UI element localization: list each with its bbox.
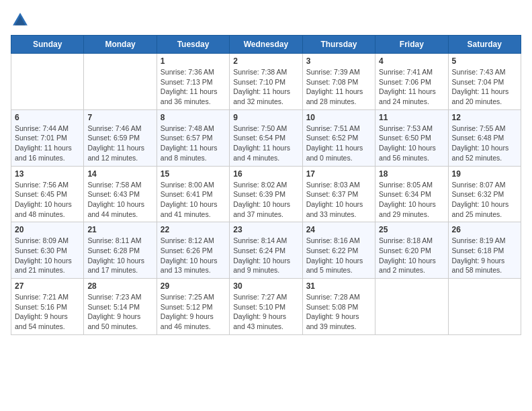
day-info: Sunrise: 8:00 AM Sunset: 6:41 PM Dayligh…	[161, 180, 226, 220]
calendar-cell: 30Sunrise: 7:27 AM Sunset: 5:10 PM Dayli…	[230, 279, 302, 335]
calendar-cell: 5Sunrise: 7:43 AM Sunset: 7:04 PM Daylig…	[448, 54, 521, 110]
calendar-cell: 6Sunrise: 7:44 AM Sunset: 7:01 PM Daylig…	[11, 109, 84, 166]
calendar-cell: 12Sunrise: 7:55 AM Sunset: 6:48 PM Dayli…	[448, 109, 521, 166]
calendar-cell: 21Sunrise: 8:11 AM Sunset: 6:28 PM Dayli…	[84, 222, 157, 279]
day-number: 6	[15, 113, 80, 122]
day-header-saturday: Saturday	[448, 36, 521, 54]
calendar-cell: 24Sunrise: 8:16 AM Sunset: 6:22 PM Dayli…	[302, 222, 375, 279]
day-number: 29	[161, 281, 226, 291]
day-number: 11	[379, 113, 444, 122]
logo	[11, 11, 32, 30]
calendar-cell: 19Sunrise: 8:07 AM Sunset: 6:32 PM Dayli…	[448, 166, 521, 222]
calendar-cell: 17Sunrise: 8:03 AM Sunset: 6:37 PM Dayli…	[302, 166, 375, 222]
day-info: Sunrise: 8:09 AM Sunset: 6:30 PM Dayligh…	[15, 236, 80, 275]
day-number: 14	[87, 169, 152, 179]
day-header-tuesday: Tuesday	[157, 36, 229, 54]
calendar-cell: 7Sunrise: 7:46 AM Sunset: 6:59 PM Daylig…	[84, 109, 157, 166]
calendar-cell: 4Sunrise: 7:41 AM Sunset: 7:06 PM Daylig…	[375, 54, 448, 110]
calendar-cell: 15Sunrise: 8:00 AM Sunset: 6:41 PM Dayli…	[157, 166, 229, 222]
day-info: Sunrise: 7:58 AM Sunset: 6:43 PM Dayligh…	[87, 180, 152, 220]
day-number: 26	[452, 225, 517, 234]
day-number: 10	[306, 113, 371, 122]
day-number: 21	[87, 225, 152, 234]
day-number: 28	[87, 281, 152, 291]
day-info: Sunrise: 7:50 AM Sunset: 6:54 PM Dayligh…	[233, 124, 298, 163]
calendar-cell: 23Sunrise: 8:14 AM Sunset: 6:24 PM Dayli…	[230, 222, 302, 279]
day-number: 1	[161, 56, 226, 66]
calendar-cell	[448, 279, 521, 335]
day-info: Sunrise: 7:44 AM Sunset: 7:01 PM Dayligh…	[15, 124, 80, 163]
day-info: Sunrise: 8:14 AM Sunset: 6:24 PM Dayligh…	[233, 236, 298, 275]
calendar-cell: 8Sunrise: 7:48 AM Sunset: 6:57 PM Daylig…	[157, 109, 229, 166]
day-info: Sunrise: 7:25 AM Sunset: 5:12 PM Dayligh…	[161, 292, 226, 332]
day-number: 19	[452, 169, 517, 179]
day-number: 18	[379, 169, 444, 179]
day-info: Sunrise: 7:27 AM Sunset: 5:10 PM Dayligh…	[233, 292, 298, 332]
day-info: Sunrise: 7:48 AM Sunset: 6:57 PM Dayligh…	[161, 124, 226, 163]
day-number: 3	[306, 56, 371, 66]
week-row-2: 6Sunrise: 7:44 AM Sunset: 7:01 PM Daylig…	[11, 109, 521, 166]
day-number: 15	[161, 169, 226, 179]
page-header	[11, 11, 521, 30]
calendar-cell: 27Sunrise: 7:21 AM Sunset: 5:16 PM Dayli…	[11, 279, 84, 335]
day-number: 23	[233, 225, 298, 234]
day-info: Sunrise: 8:18 AM Sunset: 6:20 PM Dayligh…	[379, 236, 444, 275]
day-number: 24	[306, 225, 371, 234]
logo-icon	[11, 11, 30, 30]
day-number: 20	[15, 225, 80, 234]
week-row-3: 13Sunrise: 7:56 AM Sunset: 6:45 PM Dayli…	[11, 166, 521, 222]
calendar-cell: 10Sunrise: 7:51 AM Sunset: 6:52 PM Dayli…	[302, 109, 375, 166]
day-header-thursday: Thursday	[302, 36, 375, 54]
calendar-cell: 1Sunrise: 7:36 AM Sunset: 7:13 PM Daylig…	[157, 54, 229, 110]
day-info: Sunrise: 8:03 AM Sunset: 6:37 PM Dayligh…	[306, 180, 371, 220]
week-row-5: 27Sunrise: 7:21 AM Sunset: 5:16 PM Dayli…	[11, 279, 521, 335]
calendar-cell: 28Sunrise: 7:23 AM Sunset: 5:14 PM Dayli…	[84, 279, 157, 335]
calendar-cell: 11Sunrise: 7:53 AM Sunset: 6:50 PM Dayli…	[375, 109, 448, 166]
day-info: Sunrise: 8:02 AM Sunset: 6:39 PM Dayligh…	[233, 180, 298, 220]
day-info: Sunrise: 7:28 AM Sunset: 5:08 PM Dayligh…	[306, 292, 371, 332]
day-number: 30	[233, 281, 298, 291]
calendar-cell: 13Sunrise: 7:56 AM Sunset: 6:45 PM Dayli…	[11, 166, 84, 222]
day-info: Sunrise: 7:23 AM Sunset: 5:14 PM Dayligh…	[87, 292, 152, 332]
day-number: 8	[161, 113, 226, 122]
calendar-table: SundayMondayTuesdayWednesdayThursdayFrid…	[11, 35, 521, 335]
calendar-cell: 20Sunrise: 8:09 AM Sunset: 6:30 PM Dayli…	[11, 222, 84, 279]
calendar-cell	[375, 279, 448, 335]
day-info: Sunrise: 7:41 AM Sunset: 7:06 PM Dayligh…	[379, 67, 444, 107]
calendar-cell	[84, 54, 157, 110]
week-row-4: 20Sunrise: 8:09 AM Sunset: 6:30 PM Dayli…	[11, 222, 521, 279]
day-number: 2	[233, 56, 298, 66]
day-info: Sunrise: 8:12 AM Sunset: 6:26 PM Dayligh…	[161, 236, 226, 275]
header-row: SundayMondayTuesdayWednesdayThursdayFrid…	[11, 36, 521, 54]
day-header-wednesday: Wednesday	[230, 36, 302, 54]
calendar-cell: 29Sunrise: 7:25 AM Sunset: 5:12 PM Dayli…	[157, 279, 229, 335]
day-number: 17	[306, 169, 371, 179]
day-number: 9	[233, 113, 298, 122]
calendar-cell	[11, 54, 84, 110]
day-info: Sunrise: 8:16 AM Sunset: 6:22 PM Dayligh…	[306, 236, 371, 275]
day-number: 4	[379, 56, 444, 66]
calendar-cell: 26Sunrise: 8:19 AM Sunset: 6:18 PM Dayli…	[448, 222, 521, 279]
day-info: Sunrise: 7:55 AM Sunset: 6:48 PM Dayligh…	[452, 124, 517, 163]
day-number: 13	[15, 169, 80, 179]
day-info: Sunrise: 7:53 AM Sunset: 6:50 PM Dayligh…	[379, 124, 444, 163]
day-info: Sunrise: 7:39 AM Sunset: 7:08 PM Dayligh…	[306, 67, 371, 107]
calendar-cell: 22Sunrise: 8:12 AM Sunset: 6:26 PM Dayli…	[157, 222, 229, 279]
calendar-cell: 31Sunrise: 7:28 AM Sunset: 5:08 PM Dayli…	[302, 279, 375, 335]
calendar-cell: 16Sunrise: 8:02 AM Sunset: 6:39 PM Dayli…	[230, 166, 302, 222]
day-info: Sunrise: 7:46 AM Sunset: 6:59 PM Dayligh…	[87, 124, 152, 163]
day-info: Sunrise: 7:43 AM Sunset: 7:04 PM Dayligh…	[452, 67, 517, 107]
day-info: Sunrise: 7:56 AM Sunset: 6:45 PM Dayligh…	[15, 180, 80, 220]
day-number: 31	[306, 281, 371, 291]
day-info: Sunrise: 8:11 AM Sunset: 6:28 PM Dayligh…	[87, 236, 152, 275]
day-number: 22	[161, 225, 226, 234]
calendar-cell: 14Sunrise: 7:58 AM Sunset: 6:43 PM Dayli…	[84, 166, 157, 222]
calendar-cell: 18Sunrise: 8:05 AM Sunset: 6:34 PM Dayli…	[375, 166, 448, 222]
calendar-cell: 9Sunrise: 7:50 AM Sunset: 6:54 PM Daylig…	[230, 109, 302, 166]
day-header-sunday: Sunday	[11, 36, 84, 54]
day-number: 25	[379, 225, 444, 234]
calendar-cell: 25Sunrise: 8:18 AM Sunset: 6:20 PM Dayli…	[375, 222, 448, 279]
day-header-friday: Friday	[375, 36, 448, 54]
day-number: 7	[87, 113, 152, 122]
day-info: Sunrise: 8:07 AM Sunset: 6:32 PM Dayligh…	[452, 180, 517, 220]
